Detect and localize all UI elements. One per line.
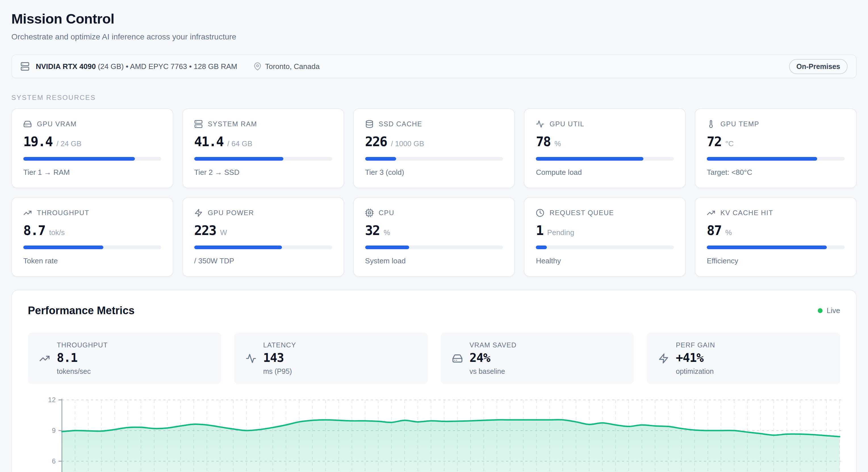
performance-stat-inner: LATENCY 143 ms (P95) — [246, 342, 416, 375]
metric-unit: % — [725, 228, 732, 237]
performance-stats-grid: THROUGHPUT 8.1 tokens/sec LATENCY 143 ms… — [28, 333, 840, 384]
resource-card: REQUEST QUEUE 1 Pending Healthy — [524, 197, 686, 277]
resource-card: GPU POWER 223 W / 350W TDP — [182, 197, 344, 277]
mission-control-page: Mission Control Orchestrate and optimize… — [0, 0, 868, 472]
trending-up-icon — [707, 209, 715, 217]
metric-value: 226 — [365, 134, 387, 149]
performance-stat-text: PERF GAIN +41% optimization — [676, 342, 715, 375]
progress-fill — [707, 246, 827, 249]
metric-value-row: 223 W — [194, 223, 332, 238]
stat-label: LATENCY — [263, 342, 296, 349]
resource-card: CPU 32 % System load — [353, 197, 515, 277]
metric-unit: % — [555, 139, 561, 148]
metric-value: 72 — [707, 134, 721, 149]
resource-card: GPU UTIL 78 % Compute load — [524, 108, 686, 188]
progress-fill — [194, 157, 283, 161]
metric-unit: / 1000 GB — [391, 139, 424, 148]
deployment-badge[interactable]: On-Premises — [789, 59, 847, 74]
metric-value-row: 19.4 / 24 GB — [23, 134, 161, 149]
resource-card: THROUGHPUT 8.7 tok/s Token rate — [11, 197, 173, 277]
metric-sublabel: Target: <80°C — [707, 168, 845, 177]
location: Toronto, Canada — [253, 62, 319, 71]
stat-label: PERF GAIN — [676, 342, 715, 349]
metric-value: 32 — [365, 223, 380, 238]
card-header: GPU VRAM — [23, 120, 161, 128]
zap-icon — [194, 209, 203, 217]
stat-sublabel: optimization — [676, 368, 715, 375]
resource-card: SYSTEM RAM 41.4 / 64 GB Tier 2 → SSD — [182, 108, 344, 188]
stat-label: THROUGHPUT — [57, 342, 107, 349]
live-dot-icon — [818, 308, 823, 313]
card-header: GPU TEMP — [707, 120, 845, 128]
card-header: SYSTEM RAM — [194, 120, 332, 128]
hardware-detail: (24 GB) • AMD EPYC 7763 • 128 GB RAM — [98, 62, 237, 71]
metric-label: THROUGHPUT — [37, 209, 89, 217]
performance-stat: VRAM SAVED 24% vs baseline — [441, 333, 634, 384]
activity-icon — [536, 120, 544, 128]
progress-fill — [365, 157, 396, 161]
metric-value: 8.7 — [23, 223, 45, 238]
trending-up-icon — [23, 209, 32, 217]
hard-drive-icon — [452, 353, 463, 364]
server-icon — [194, 120, 203, 128]
metric-sublabel: System load — [365, 257, 503, 265]
progress-fill — [365, 246, 409, 249]
gpu-name: NVIDIA RTX 4090 — [36, 62, 96, 71]
metric-value-row: 226 / 1000 GB — [365, 134, 503, 149]
metric-sublabel: Tier 3 (cold) — [365, 168, 503, 177]
hardware-spec: NVIDIA RTX 4090 (24 GB) • AMD EPYC 7763 … — [36, 62, 237, 71]
metric-value-row: 72 °C — [707, 134, 845, 149]
metric-value-row: 8.7 tok/s — [23, 223, 161, 238]
metric-label: GPU UTIL — [550, 120, 584, 128]
resource-card: GPU VRAM 19.4 / 24 GB Tier 1 → RAM — [11, 108, 173, 188]
stat-value: 8.1 — [57, 352, 107, 364]
throughput-chart: 1296 — [28, 397, 840, 472]
performance-stat-text: VRAM SAVED 24% vs baseline — [470, 342, 517, 375]
metric-unit: Pending — [547, 228, 574, 237]
cpu-icon — [365, 209, 374, 217]
stat-value: +41% — [676, 352, 715, 364]
metric-value: 19.4 — [23, 134, 53, 149]
zap-icon — [658, 353, 669, 364]
metric-sublabel: Tier 1 → RAM — [23, 168, 161, 177]
progress-track — [365, 157, 503, 161]
metric-unit: % — [383, 228, 390, 237]
card-header: KV CACHE HIT — [707, 209, 845, 217]
metric-label: SYSTEM RAM — [208, 120, 257, 128]
resource-card: GPU TEMP 72 °C Target: <80°C — [695, 108, 857, 188]
performance-stat-inner: PERF GAIN +41% optimization — [658, 342, 829, 375]
performance-panel: Performance Metrics Live THROUGHPUT 8.1 … — [11, 290, 857, 472]
map-pin-icon — [253, 62, 261, 70]
metric-label: GPU VRAM — [37, 120, 77, 128]
metric-label: GPU POWER — [208, 209, 254, 217]
performance-stat-inner: THROUGHPUT 8.1 tokens/sec — [39, 342, 210, 375]
metric-value-row: 41.4 / 64 GB — [194, 134, 332, 149]
progress-fill — [23, 157, 135, 161]
page-title: Mission Control — [11, 11, 857, 27]
metric-value: 87 — [707, 223, 721, 238]
metric-label: KV CACHE HIT — [720, 209, 773, 217]
throughput-chart-svg: 1296 — [28, 397, 841, 472]
metric-sublabel: Healthy — [536, 257, 674, 265]
metric-unit: tok/s — [49, 228, 65, 237]
area-fill — [62, 420, 840, 472]
progress-fill — [536, 246, 547, 249]
performance-stat-text: THROUGHPUT 8.1 tokens/sec — [57, 342, 107, 375]
trending-up-icon — [39, 353, 50, 364]
progress-track — [23, 157, 161, 161]
metric-value: 1 — [536, 223, 543, 238]
server-icon — [21, 62, 30, 71]
progress-fill — [23, 246, 103, 249]
metric-label: GPU TEMP — [720, 120, 759, 128]
clock-icon — [536, 209, 544, 217]
resource-card: KV CACHE HIT 87 % Efficiency — [695, 197, 857, 277]
database-icon — [365, 120, 374, 128]
progress-fill — [536, 157, 643, 161]
metric-sublabel: Compute load — [536, 168, 674, 177]
stat-sublabel: ms (P95) — [263, 368, 296, 375]
metric-value-row: 78 % — [536, 134, 674, 149]
metric-sublabel: / 350W TDP — [194, 257, 332, 265]
page-subtitle: Orchestrate and optimize AI inference ac… — [11, 32, 857, 41]
stat-label: VRAM SAVED — [470, 342, 517, 349]
progress-track — [365, 246, 503, 249]
